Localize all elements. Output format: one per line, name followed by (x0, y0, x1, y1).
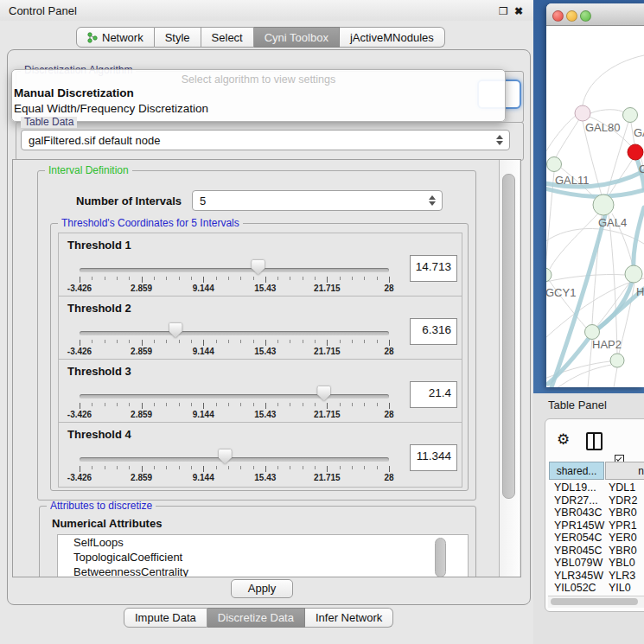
table-row[interactable]: YER054CYER0 (548, 532, 644, 545)
numerical-attributes-label: Numerical Attributes (52, 517, 162, 530)
stepper-arrows-icon (496, 135, 503, 145)
network-node[interactable] (628, 144, 643, 160)
attribute-list-item[interactable]: TopologicalCoefficient (58, 550, 468, 564)
slider-tick-labels: -3.4262.8599.14415.4321.71528 (80, 410, 389, 420)
threshold-slider-handle[interactable] (317, 386, 330, 401)
network-window-titlebar (546, 3, 644, 26)
tab-select[interactable]: Select (201, 27, 254, 48)
attributes-list-scrollbar[interactable] (435, 538, 446, 577)
settings-scrollbar-track[interactable] (499, 160, 520, 577)
threshold-slider-track[interactable] (80, 268, 389, 272)
network-canvas[interactable]: GAL80GACGAL11GAL4GCY1HHAP2 (546, 26, 644, 387)
threshold-1-panel: Threshold 1 -3.4262.8599.14415.4321.7152… (58, 233, 462, 298)
threshold-slider-handle[interactable] (169, 323, 182, 338)
tab-impute-data[interactable]: Impute Data (124, 608, 207, 628)
table-row[interactable]: YDL19...YDL1 (548, 481, 644, 494)
table-row[interactable]: YDR27...YDR2 (548, 494, 644, 507)
threshold-slider-handle[interactable] (252, 260, 265, 275)
network-edge[interactable] (546, 228, 644, 244)
node-table: shared... na YDL19...YDL1YDR27...YDR2YBR… (548, 462, 644, 595)
attribute-list-item[interactable]: BetweennessCentrality (58, 564, 468, 577)
network-node[interactable] (575, 105, 590, 121)
apply-button[interactable]: Apply (231, 579, 293, 598)
network-icon (87, 32, 98, 43)
threshold-value-field[interactable]: 21.4 (410, 381, 457, 408)
stepper-arrows-icon (429, 195, 436, 206)
network-edge[interactable] (590, 110, 624, 113)
table-data-combobox[interactable]: galFiltered.sif default node (21, 130, 510, 150)
attribute-list-item[interactable]: SelfLoops (58, 535, 468, 550)
slider-tick-labels: -3.4262.8599.14415.4321.71528 (80, 473, 389, 483)
close-panel-icon[interactable]: ✖ (514, 5, 523, 17)
threshold-label: Threshold 3 (67, 365, 131, 378)
tab-infer-network[interactable]: Infer Network (305, 608, 393, 628)
network-node[interactable] (623, 108, 638, 123)
slider-tick-labels: -3.4262.8599.14415.4321.71528 (80, 347, 389, 357)
thresholds-group-title: Threshold's Coordinates for 5 Intervals (58, 218, 243, 229)
number-of-intervals-label: Number of Intervals (76, 194, 182, 207)
numerical-attributes-list[interactable]: SelfLoopsTopologicalCoefficientBetweenne… (57, 534, 469, 577)
dropdown-option-manual[interactable]: Manual Discretization (12, 86, 505, 101)
close-window-icon[interactable] (552, 10, 564, 22)
network-node-label: HAP2 (592, 338, 622, 351)
threshold-value-field[interactable]: 11.344 (410, 444, 457, 471)
network-edge[interactable] (609, 214, 617, 354)
table-row[interactable]: YBR045CYBR0 (548, 545, 644, 558)
table-row[interactable]: YBL079WYBL0 (548, 557, 644, 570)
network-edge-thick[interactable] (548, 337, 590, 384)
threshold-label: Threshold 4 (67, 428, 131, 441)
table-hscrollbar-track[interactable] (548, 596, 644, 608)
network-node-label: GAL11 (555, 174, 590, 187)
tab-discretize-data[interactable]: Discretize Data (207, 608, 305, 628)
threshold-3-panel: Threshold 3 -3.4262.8599.14415.4321.7152… (58, 359, 462, 424)
tab-cyni-toolbox[interactable]: Cyni Toolbox (254, 27, 340, 48)
number-of-intervals-value: 5 (200, 194, 206, 207)
network-node[interactable] (625, 265, 642, 283)
minimize-window-icon[interactable] (566, 10, 577, 22)
network-node-label: C (639, 163, 644, 175)
tab-network[interactable]: Network (76, 27, 155, 48)
network-node[interactable] (610, 354, 624, 367)
threshold-slider-track[interactable] (80, 394, 389, 399)
table-row[interactable]: YPR145WYPR1 (548, 520, 644, 532)
slider-tick-labels: -3.4262.8599.14415.4321.71528 (80, 284, 389, 294)
network-edge[interactable] (583, 55, 644, 105)
network-node[interactable] (593, 194, 614, 215)
number-of-intervals-combobox[interactable]: 5 (192, 190, 443, 211)
float-panel-icon[interactable]: ❒ (499, 5, 508, 17)
threshold-value-field[interactable]: 6.316 (410, 318, 457, 345)
gear-icon[interactable]: ⚙ (557, 432, 570, 447)
network-node-label: GAL80 (585, 121, 620, 134)
tab-style[interactable]: Style (155, 27, 201, 48)
threshold-slider-track[interactable] (80, 457, 389, 462)
split-view-icon[interactable] (586, 432, 603, 450)
table-row[interactable]: YIL052CYIL0 (548, 582, 644, 595)
network-node-label: GCY1 (546, 286, 576, 299)
network-node[interactable] (546, 268, 552, 282)
network-node[interactable] (585, 325, 600, 340)
threshold-4-panel: Threshold 4 -3.4262.8599.14415.4321.7152… (58, 422, 462, 488)
threshold-slider-handle[interactable] (219, 450, 232, 464)
network-edge-thick[interactable] (552, 215, 605, 387)
network-edge-thick[interactable] (546, 188, 644, 196)
settings-scroll-viewport: Interval Definition Number of Intervals … (12, 159, 521, 577)
column-header-shared-name[interactable]: shared... (549, 462, 604, 480)
threshold-value-field[interactable]: 14.713 (410, 255, 457, 282)
zoom-window-icon[interactable] (580, 10, 591, 22)
tab-jactivemnodules[interactable]: jActiveMNodules (340, 27, 445, 48)
settings-scrollbar-thumb[interactable] (502, 174, 515, 499)
dropdown-option-equal-width[interactable]: Equal Width/Frequency Discretization (12, 101, 505, 117)
interval-definition-groupbox: Interval Definition Number of Intervals … (37, 170, 476, 501)
table-row[interactable]: YLR345WYLR3 (548, 570, 644, 583)
network-node[interactable] (547, 157, 562, 172)
dropdown-prompt[interactable]: Select algorithm to view settings (12, 73, 505, 86)
network-edge[interactable] (556, 119, 579, 157)
threshold-2-panel: Threshold 2 -3.4262.8599.14415.4321.7152… (58, 296, 462, 361)
table-data-value: galFiltered.sif default node (29, 134, 160, 147)
threshold-slider-track[interactable] (80, 331, 389, 335)
threshold-label: Threshold 2 (67, 302, 131, 315)
column-header-name[interactable]: na (605, 462, 644, 480)
table-row[interactable]: YBR043CYBR0 (548, 507, 644, 520)
network-edge[interactable] (614, 367, 617, 387)
table-hscrollbar-thumb[interactable] (551, 598, 638, 605)
